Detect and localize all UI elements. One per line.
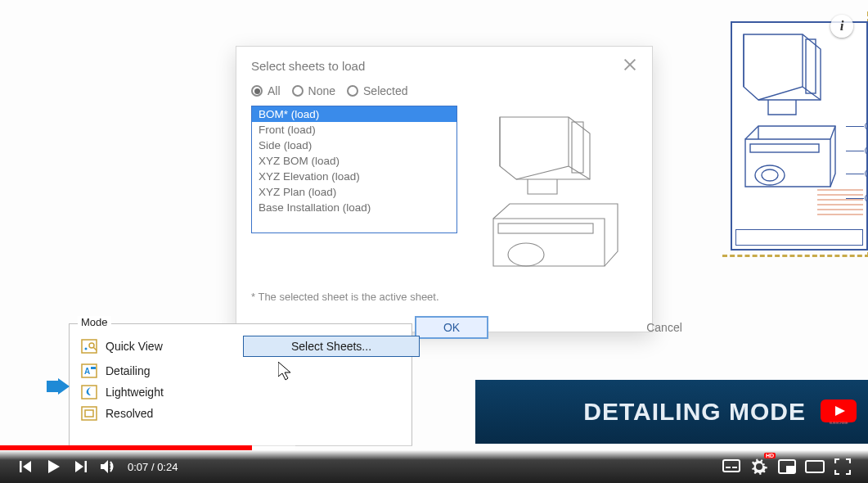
miniplayer-button[interactable] bbox=[773, 453, 801, 481]
play-button[interactable] bbox=[39, 453, 67, 481]
balloon-callout bbox=[865, 146, 868, 156]
svg-marker-13 bbox=[47, 378, 70, 395]
resolved-icon bbox=[81, 406, 97, 421]
svg-text:SUBSCRIBE: SUBSCRIBE bbox=[829, 421, 848, 425]
video-overlay-banner: DETAILING MODE SUBSCRIBE bbox=[475, 380, 868, 444]
mode-label: Resolved bbox=[106, 407, 153, 420]
previous-button[interactable] bbox=[11, 453, 39, 481]
svg-rect-28 bbox=[20, 461, 22, 472]
select-sheets-dialog: Select sheets to load All None Selected … bbox=[236, 46, 653, 332]
svg-rect-39 bbox=[806, 461, 824, 472]
dialog-close-button[interactable] bbox=[623, 58, 637, 73]
svg-point-2 bbox=[755, 165, 785, 185]
select-sheets-button[interactable]: Select Sheets... bbox=[243, 336, 420, 357]
sheet-list-item[interactable]: Side (load) bbox=[252, 138, 456, 153]
svg-point-3 bbox=[762, 169, 778, 181]
svg-rect-0 bbox=[806, 39, 816, 93]
mode-option-detailing[interactable]: A Detailing bbox=[81, 363, 236, 378]
mouse-cursor-icon bbox=[278, 362, 296, 383]
active-mode-arrow-icon bbox=[47, 378, 70, 395]
sheet-list-item[interactable]: Base Installation (load) bbox=[252, 200, 456, 215]
sheet-list-item[interactable]: BOM* (load) bbox=[252, 106, 456, 122]
sheet-list-item[interactable]: XYZ BOM (load) bbox=[252, 153, 456, 169]
sheet-list[interactable]: BOM* (load) Front (load) Side (load) XYZ… bbox=[251, 106, 457, 233]
theater-mode-button[interactable] bbox=[801, 453, 829, 481]
svg-marker-30 bbox=[48, 460, 60, 473]
drawing-sheet-thumbnail bbox=[731, 21, 868, 251]
svg-rect-10 bbox=[572, 122, 583, 173]
svg-rect-21 bbox=[82, 386, 97, 399]
sheet-list-item[interactable]: XYZ Elevation (load) bbox=[252, 169, 456, 184]
mode-label: Quick View bbox=[106, 340, 163, 353]
sheet-preview bbox=[470, 106, 637, 274]
volume-button[interactable] bbox=[95, 453, 123, 481]
svg-marker-29 bbox=[23, 461, 31, 472]
svg-rect-34 bbox=[723, 460, 740, 472]
svg-marker-31 bbox=[75, 461, 83, 472]
balloon-callout bbox=[865, 193, 868, 203]
ok-button[interactable]: OK bbox=[415, 316, 488, 339]
quick-view-icon bbox=[81, 339, 97, 354]
time-display: 0:07 / 0:24 bbox=[128, 461, 178, 473]
svg-rect-23 bbox=[85, 410, 93, 417]
subtitles-button[interactable] bbox=[717, 453, 745, 481]
dialog-footnote: * The selected sheet is the active sheet… bbox=[251, 291, 637, 303]
svg-rect-11 bbox=[498, 223, 593, 233]
svg-rect-32 bbox=[85, 461, 88, 472]
sheet-list-item[interactable]: XYZ Plan (load) bbox=[252, 184, 456, 200]
settings-button[interactable]: HD bbox=[745, 453, 773, 481]
subscribe-icon[interactable]: SUBSCRIBE bbox=[821, 399, 857, 424]
mode-option-quick-view[interactable]: Quick View bbox=[81, 336, 236, 357]
cancel-button[interactable]: Cancel bbox=[627, 316, 701, 339]
svg-rect-22 bbox=[82, 407, 97, 420]
svg-point-17 bbox=[85, 348, 88, 350]
svg-rect-38 bbox=[787, 467, 794, 472]
svg-point-12 bbox=[508, 243, 544, 266]
next-button[interactable] bbox=[67, 453, 95, 481]
mode-group-box: Mode Quick View Select Sheets... A Detai… bbox=[69, 323, 412, 446]
radio-all[interactable]: All bbox=[251, 84, 281, 97]
svg-marker-24 bbox=[278, 362, 290, 380]
svg-text:A: A bbox=[84, 367, 90, 376]
svg-marker-33 bbox=[101, 460, 108, 473]
radio-selected[interactable]: Selected bbox=[347, 84, 407, 97]
sheet-list-item[interactable]: Front (load) bbox=[252, 122, 456, 138]
hd-badge: HD bbox=[764, 453, 776, 458]
title-block-thumb bbox=[735, 229, 863, 246]
mode-label: Lightweight bbox=[106, 386, 164, 399]
balloon-callout bbox=[865, 121, 868, 131]
mode-legend: Mode bbox=[78, 316, 111, 328]
fullscreen-button[interactable] bbox=[829, 453, 857, 481]
dialog-title: Select sheets to load bbox=[251, 59, 365, 73]
bom-table-thumb bbox=[817, 187, 863, 228]
lightweight-icon bbox=[81, 385, 97, 399]
youtube-info-card-icon[interactable]: i bbox=[830, 15, 853, 38]
balloon-callout bbox=[865, 169, 868, 178]
mode-label: Detailing bbox=[106, 364, 150, 377]
detailing-icon: A bbox=[81, 363, 97, 378]
mode-option-resolved[interactable]: Resolved bbox=[81, 406, 236, 421]
video-controls: 0:07 / 0:24 HD bbox=[0, 450, 868, 483]
machine-drawing-view bbox=[739, 29, 837, 193]
svg-rect-20 bbox=[91, 367, 96, 369]
radio-none[interactable]: None bbox=[292, 84, 335, 97]
mode-option-lightweight[interactable]: Lightweight bbox=[81, 385, 236, 399]
banner-title: DETAILING MODE bbox=[583, 398, 806, 426]
svg-rect-1 bbox=[750, 144, 819, 152]
